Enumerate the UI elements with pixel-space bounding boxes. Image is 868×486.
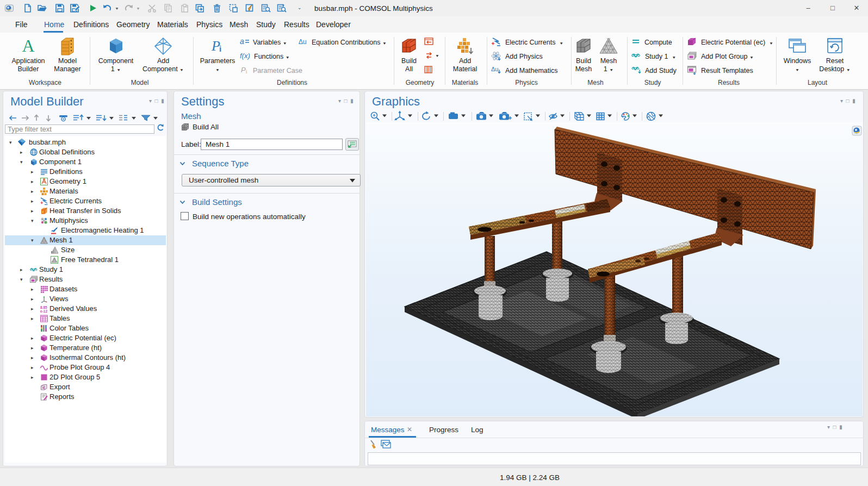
svg-text:i: i — [219, 44, 221, 53]
svg-text:a: a — [240, 37, 244, 46]
svg-text:Δu: Δu — [491, 66, 498, 72]
svg-text:f(x): f(x) — [240, 52, 250, 60]
svg-text:i: i — [246, 69, 247, 74]
svg-text:Δu: Δu — [299, 38, 307, 46]
svg-text:A: A — [22, 37, 34, 54]
svg-text:P: P — [241, 66, 246, 74]
svg-text:8.85: 8.85 — [40, 306, 47, 309]
svg-text:e-12: e-12 — [40, 309, 47, 313]
